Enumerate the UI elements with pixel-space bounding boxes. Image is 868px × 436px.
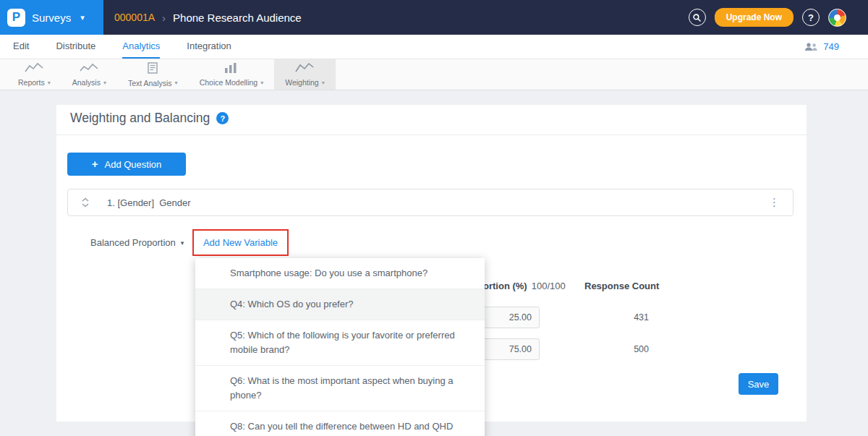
- balanced-proportion-dropdown[interactable]: Balanced Proportion: [90, 237, 184, 248]
- tab-analytics[interactable]: Analytics: [122, 35, 160, 59]
- toolbar-item-text-analysis[interactable]: Text Analysis: [117, 59, 189, 90]
- people-icon: [804, 43, 818, 51]
- toolbar-item-weighting[interactable]: Weighting: [274, 59, 336, 90]
- variable-dropdown-menu: Smartphone usage: Do you use a smartphon…: [195, 258, 485, 436]
- response-count-value: 431: [605, 312, 649, 322]
- annotation-highlight-box: Add New Variable: [192, 229, 289, 256]
- save-button[interactable]: Save: [739, 373, 778, 395]
- chevron-down-icon: [175, 80, 178, 86]
- nav-tabs: Edit Distribute Analytics Integration: [13, 35, 231, 59]
- topbar: P Surveys 000001A › Phone Research Audie…: [0, 0, 868, 35]
- help-icon[interactable]: ?: [802, 9, 820, 26]
- line-chart-icon: [295, 62, 314, 76]
- breadcrumb: 000001A › Phone Research Audience: [114, 12, 302, 24]
- dropdown-item[interactable]: Q8: Can you tell the difference between …: [195, 411, 485, 436]
- chevron-down-icon: [260, 80, 263, 86]
- toolbar-item-reports[interactable]: Reports: [7, 59, 61, 90]
- column-header-response-count: Response Count: [584, 281, 659, 291]
- respondent-count[interactable]: 749: [804, 35, 868, 59]
- add-new-variable-button[interactable]: Add New Variable: [203, 237, 278, 248]
- kebab-menu-icon[interactable]: [769, 196, 780, 209]
- surveys-menu[interactable]: P Surveys: [0, 0, 103, 35]
- chevron-down-icon: [181, 239, 184, 247]
- collapse-toggle-icon[interactable]: [80, 197, 90, 208]
- toolbar-item-analysis[interactable]: Analysis: [61, 59, 117, 90]
- chevron-down-icon: [103, 80, 106, 86]
- question-label: 1. [Gender] Gender: [107, 197, 191, 208]
- breadcrumb-separator-icon: ›: [162, 12, 166, 24]
- analytics-toolbar: Reports Analysis Text Analysis Choice Mo…: [0, 59, 868, 90]
- divider: [56, 134, 807, 135]
- help-circle-icon[interactable]: ?: [216, 112, 229, 124]
- respondent-count-value: 749: [823, 41, 839, 52]
- dropdown-item[interactable]: Q4: Which OS do you prefer?: [195, 288, 485, 320]
- toolbar-item-choice-modelling[interactable]: Choice Modelling: [189, 59, 275, 90]
- upgrade-now-button[interactable]: Upgrade Now: [715, 8, 793, 27]
- page-title-row: Weighting and Balancing ?: [70, 111, 229, 126]
- chevron-down-icon: [322, 80, 325, 86]
- questionpro-logo: P: [7, 9, 25, 27]
- question-header-row[interactable]: 1. [Gender] Gender: [67, 189, 793, 216]
- bar-chart-icon: [224, 62, 239, 76]
- survey-title: Phone Research Audience: [173, 12, 302, 24]
- add-question-button[interactable]: + Add Question: [67, 153, 186, 176]
- dropdown-item[interactable]: Q5: Which of the following is your favor…: [195, 320, 485, 365]
- chevron-down-icon: [80, 13, 85, 22]
- app-window: P Surveys 000001A › Phone Research Audie…: [0, 0, 868, 436]
- gauge-icon[interactable]: [828, 9, 846, 27]
- line-chart-icon: [80, 62, 98, 76]
- page-title: Weighting and Balancing: [70, 111, 210, 126]
- survey-nav: Edit Distribute Analytics Integration 74…: [0, 35, 868, 59]
- dropdown-item[interactable]: Q6: What is the most important aspect wh…: [195, 365, 485, 411]
- dropdown-item[interactable]: Smartphone usage: Do you use a smartphon…: [195, 258, 485, 288]
- surveys-menu-label: Surveys: [32, 12, 71, 24]
- tab-distribute[interactable]: Distribute: [56, 35, 95, 59]
- plus-icon: +: [92, 158, 98, 170]
- tab-integration[interactable]: Integration: [187, 35, 231, 59]
- line-chart-icon: [25, 62, 43, 76]
- chevron-down-icon: [48, 80, 51, 86]
- search-icon[interactable]: [689, 9, 706, 26]
- response-count-value: 500: [605, 344, 649, 354]
- survey-id-link[interactable]: 000001A: [114, 12, 155, 23]
- proportion-total: 100/100: [532, 281, 566, 291]
- topbar-actions: Upgrade Now ?: [689, 8, 868, 27]
- document-icon: [147, 62, 158, 77]
- tab-edit[interactable]: Edit: [13, 35, 29, 59]
